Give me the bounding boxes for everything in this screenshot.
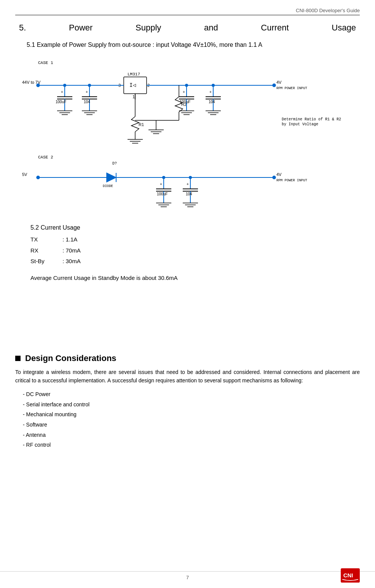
r1-label: R1	[139, 122, 144, 127]
svg-text:+: +	[160, 182, 162, 186]
svg-text:+: +	[187, 182, 189, 186]
design-list: DC Power Serial interface and control Me…	[15, 389, 360, 450]
svg-text:+: +	[86, 90, 88, 94]
average-line: Average Current Usage in Standby Mode is…	[15, 275, 360, 281]
list-item: Software	[23, 420, 360, 430]
rpm-label2: RPM POWER INPUT	[276, 179, 308, 182]
list-item: DC Power	[23, 389, 360, 399]
note-line2: by Input Voltage	[282, 122, 318, 126]
page-footer: 7	[0, 571, 375, 580]
cap1-label: 100uF	[56, 100, 66, 104]
5v-label: 5V	[22, 172, 27, 177]
section-num: 5.	[19, 23, 26, 33]
output-terminal	[273, 84, 276, 87]
title-current: Current	[261, 23, 289, 33]
cap5-label: 100uF	[157, 192, 168, 196]
cap3-label: 100uF	[180, 100, 190, 104]
tx-value: : 1.1A	[62, 234, 77, 245]
rx-row: RX : 70mA	[30, 245, 360, 256]
case1-label: CASE 1	[38, 61, 53, 65]
section-5-title: 5. Power Supply and Current Usage	[15, 23, 360, 33]
case2-label: CASE 2	[38, 155, 53, 160]
title-and: and	[204, 23, 218, 33]
current-usage-block: TX : 1.1A RX : 70mA St-By : 30mA	[15, 234, 360, 267]
page-container: CNI-800D Developer's Guide 5. Power Supp…	[0, 0, 375, 588]
list-item: Serial interface and control	[23, 399, 360, 410]
4v-case2-label: 4V	[276, 172, 282, 177]
title-power: Power	[69, 23, 93, 33]
list-item: RF control	[23, 440, 360, 450]
pin1: 1	[132, 94, 135, 99]
circuit-svg: CASE 1 LM317 I◁ 3 2 1 44V to 7V 4V RPM P…	[15, 56, 358, 216]
design-section: Design Considerations To integrate a wir…	[15, 353, 360, 450]
stby-value: : 30mA	[62, 256, 81, 267]
title-usage: Usage	[332, 23, 356, 33]
svg-text:CNI: CNI	[343, 572, 353, 578]
page-number: 7	[186, 575, 189, 580]
lm317-label: LM317	[128, 72, 140, 77]
rx-value: : 70mA	[62, 245, 81, 256]
cap4-label: 104	[209, 100, 215, 104]
diode-label: DIODE	[103, 184, 113, 188]
design-heading: Design Considerations	[15, 353, 360, 363]
cap2-label: 104	[84, 100, 90, 104]
circuit-diagram: CASE 1 LM317 I◁ 3 2 1 44V to 7V 4V RPM P…	[15, 56, 360, 217]
rpm-label1: RPM POWER INPUT	[276, 86, 308, 90]
list-item: Antenna	[23, 430, 360, 440]
note-line1: Determine Ratio of R1 & R2	[282, 117, 341, 121]
stby-label: St-By	[30, 256, 61, 267]
spacer	[15, 292, 360, 331]
design-title: Design Considerations	[25, 353, 116, 363]
tx-label: TX	[30, 234, 61, 245]
junction-cap4	[212, 84, 215, 87]
junction-cap2	[88, 84, 91, 87]
subsection-52: 5.2 Current Usage TX : 1.1A RX : 70mA St…	[15, 224, 360, 281]
lm317-symbol: I◁	[129, 82, 136, 88]
title-supply: Supply	[136, 23, 161, 33]
bullet-icon	[15, 356, 21, 361]
rx-label: RX	[30, 245, 61, 256]
header-title: CNI-800D Developer's Guide	[296, 8, 360, 13]
subsection-51-title: 5.1 Example of Power Supply from out-sou…	[15, 40, 360, 50]
output-4v-case2	[273, 176, 276, 179]
tx-row: TX : 1.1A	[30, 234, 360, 245]
list-item: Mechanical mounting	[23, 409, 360, 420]
diode-d-label: D?	[112, 161, 117, 166]
design-body-text: To integrate a wireless modem, there are…	[15, 368, 360, 385]
page-header: CNI-800D Developer's Guide	[15, 8, 360, 15]
voltage-in-label: 44V to 7V	[22, 80, 41, 85]
input-5v-terminal	[37, 176, 40, 179]
voltage-out-label: 4V	[276, 80, 282, 85]
svg-text:+: +	[61, 90, 63, 94]
subsection-52-title: 5.2 Current Usage	[15, 224, 360, 231]
svg-text:+: +	[209, 90, 212, 94]
stby-row: St-By : 30mA	[30, 256, 360, 267]
svg-text:+: +	[183, 90, 185, 94]
r1-body	[131, 117, 139, 132]
cap6-label: 104	[186, 192, 192, 196]
diode-triangle	[107, 173, 116, 182]
cni-logo-svg: CNI	[341, 568, 360, 583]
logo-area: CNI	[341, 568, 360, 584]
